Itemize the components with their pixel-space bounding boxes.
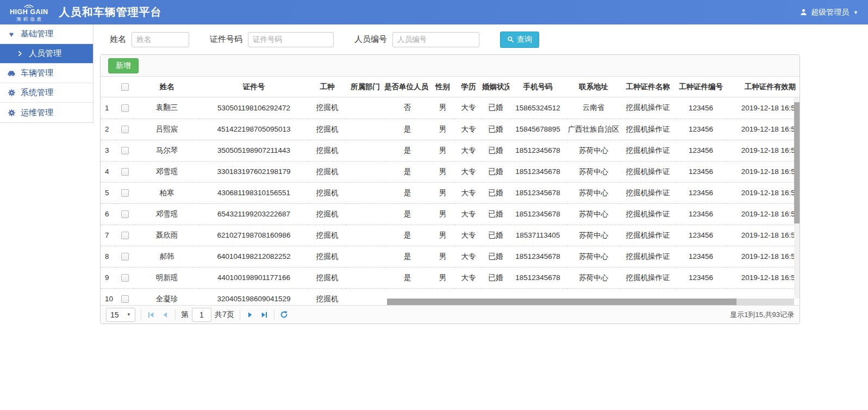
- cell-cert-no: 123456: [675, 119, 727, 140]
- table-row[interactable]: 6 邓雪瑶 654321199203222687 挖掘机 是 男 大专 已婚 1…: [101, 203, 800, 225]
- cell-id-number: 350505198907211443: [199, 140, 308, 161]
- logo-subtext: 海积信息: [14, 17, 43, 22]
- row-checkbox[interactable]: [121, 232, 129, 239]
- cell-rownum: 1: [101, 97, 116, 119]
- next-page-button[interactable]: [246, 310, 254, 319]
- table-row[interactable]: 1 袁翻三 530501198106292472 挖掘机 否 男 大专 已婚 1…: [101, 97, 800, 119]
- cell-checkbox: [116, 140, 134, 161]
- row-checkbox[interactable]: [121, 274, 129, 282]
- add-button[interactable]: 新增: [108, 58, 139, 73]
- search-group-person-no: 人员编号: [354, 32, 479, 47]
- cell-job: 挖掘机: [308, 97, 346, 119]
- cell-address: 苏荷中心: [566, 161, 621, 182]
- cell-is-unit: 是: [384, 140, 430, 161]
- row-checkbox[interactable]: [121, 210, 129, 218]
- id-number-input[interactable]: [248, 32, 334, 47]
- user-menu[interactable]: 超级管理员 ▼: [800, 8, 858, 17]
- vertical-scrollbar-thumb[interactable]: [794, 102, 800, 223]
- column-education: 学历: [455, 77, 482, 97]
- vertical-scrollbar[interactable]: [794, 97, 800, 299]
- cell-education: 大专: [455, 119, 482, 140]
- cell-rownum: 9: [101, 267, 116, 288]
- cell-gender: 男: [430, 97, 455, 119]
- row-checkbox[interactable]: [121, 147, 129, 154]
- table-row[interactable]: 3 马尔琴 350505198907211443 挖掘机 是 男 大专 已婚 1…: [101, 140, 800, 161]
- page-title: 人员和车辆管理平台: [59, 5, 161, 20]
- person-no-input[interactable]: [392, 32, 479, 47]
- cell-id-number: 440100198901177166: [199, 267, 308, 288]
- cell-address: 苏荷中心: [566, 182, 621, 203]
- table-row[interactable]: 2 吕熙宸 451422198705095013 挖掘机 是 男 大专 已婚 1…: [101, 119, 800, 140]
- cell-job: 挖掘机: [308, 225, 346, 246]
- cell-cert-name: 挖掘机操作证: [621, 267, 675, 288]
- row-checkbox[interactable]: [121, 253, 129, 260]
- cell-gender: 男: [430, 119, 455, 140]
- divider: [240, 309, 240, 320]
- cell-cert-no: 123456: [675, 161, 727, 182]
- cell-marital: 已婚: [482, 161, 509, 182]
- cell-cert-no: 123456: [675, 97, 727, 119]
- sidebar-item-basic-mgmt[interactable]: ♥ 基础管理: [0, 24, 93, 44]
- sidebar: ♥ 基础管理 人员管理 车辆管理 系统管理: [0, 24, 93, 123]
- row-checkbox[interactable]: [121, 168, 129, 176]
- cell-name: 袁翻三: [134, 97, 199, 119]
- cell-education: 大专: [455, 203, 482, 225]
- logo-text: HIGH GAIN: [10, 9, 48, 16]
- cell-rownum: 5: [101, 182, 116, 203]
- refresh-button[interactable]: [280, 310, 289, 319]
- total-pages-label: 共7页: [215, 310, 234, 320]
- cell-marital: 已婚: [482, 225, 509, 246]
- sidebar-item-label: 基础管理: [21, 29, 53, 39]
- cell-cert-name: 挖掘机操作证: [621, 246, 675, 267]
- cell-checkbox: [116, 203, 134, 225]
- table-row[interactable]: 8 郝韩 640104198212082252 挖掘机 是 男 大专 已婚 18…: [101, 246, 800, 267]
- sidebar-item-vehicle-mgmt[interactable]: 车辆管理: [0, 64, 93, 83]
- row-checkbox[interactable]: [121, 104, 129, 112]
- name-input[interactable]: [132, 32, 189, 47]
- cell-job: 挖掘机: [308, 119, 346, 140]
- prev-page-button[interactable]: [161, 310, 170, 319]
- column-gender: 性别: [430, 77, 455, 97]
- cell-department: [346, 140, 384, 161]
- cell-checkbox: [116, 225, 134, 246]
- car-icon: [7, 69, 16, 78]
- table-row[interactable]: 5 柏寒 430681198310156551 挖掘机 是 男 大专 已婚 18…: [101, 182, 800, 203]
- chevron-down-icon: ▼: [127, 312, 131, 317]
- column-id-number: 证件号: [199, 77, 308, 97]
- cell-checkbox: [116, 119, 134, 140]
- cell-phone: 15845678895: [509, 119, 566, 140]
- table-row[interactable]: 9 明新瑶 440100198901177166 挖掘机 是 男 大专 已婚 1…: [101, 267, 800, 288]
- cell-phone: 18537113405: [509, 225, 566, 246]
- last-page-button[interactable]: [260, 310, 268, 319]
- sidebar-item-ops-mgmt[interactable]: 运维管理: [0, 103, 93, 122]
- search-button[interactable]: 查询: [500, 32, 539, 48]
- cell-address: 苏荷中心: [566, 225, 621, 246]
- row-checkbox[interactable]: [121, 126, 129, 133]
- cell-cert-no: 123456: [675, 246, 727, 267]
- page-number-input[interactable]: [192, 308, 211, 322]
- horizontal-scrollbar[interactable]: [101, 299, 800, 305]
- cell-phone: 18512345678: [509, 140, 566, 161]
- sidebar-item-personnel-mgmt[interactable]: 人员管理: [0, 44, 93, 64]
- cell-rownum: 7: [101, 225, 116, 246]
- sidebar-item-system-mgmt[interactable]: 系统管理: [0, 83, 93, 103]
- table-row[interactable]: 4 邓雪瑶 330183197602198179 挖掘机 是 男 大专 已婚 1…: [101, 161, 800, 182]
- first-page-button[interactable]: [147, 310, 155, 319]
- table-row[interactable]: 7 聂欣雨 621027198708160986 挖掘机 是 男 大专 已婚 1…: [101, 225, 800, 246]
- cell-name: 明新瑶: [134, 267, 199, 288]
- select-all-checkbox[interactable]: [121, 83, 129, 91]
- cell-is-unit: 是: [384, 203, 430, 225]
- cell-job: 挖掘机: [308, 203, 346, 225]
- cell-cert-name: 挖掘机操作证: [621, 161, 675, 182]
- column-job: 工种: [308, 77, 346, 97]
- cell-checkbox: [116, 267, 134, 288]
- page-size-select[interactable]: 15 ▼: [106, 308, 135, 322]
- search-bar: 姓名 证件号码 人员编号 查询: [93, 24, 868, 54]
- cell-phone: 18512345678: [509, 182, 566, 203]
- horizontal-scrollbar-thumb[interactable]: [387, 299, 736, 305]
- row-checkbox[interactable]: [121, 189, 129, 197]
- cell-marital: 已婚: [482, 203, 509, 225]
- table-body: 1 袁翻三 530501198106292472 挖掘机 否 男 大专 已婚 1…: [101, 97, 800, 305]
- cell-education: 大专: [455, 140, 482, 161]
- cell-gender: 男: [430, 161, 455, 182]
